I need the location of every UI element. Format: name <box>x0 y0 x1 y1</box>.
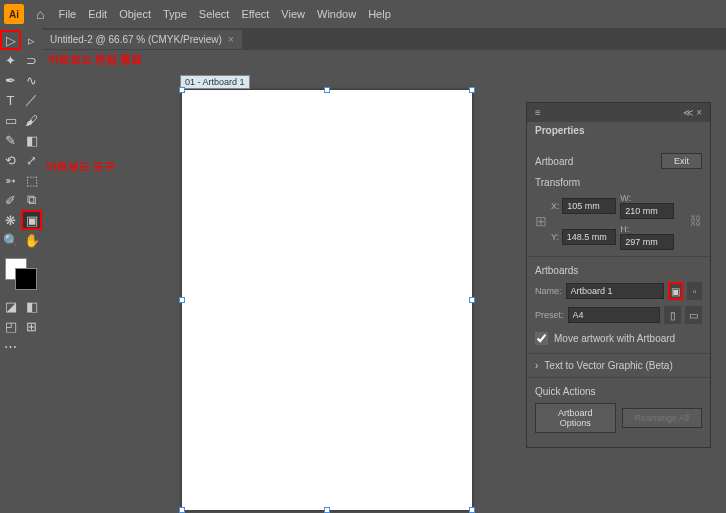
move-artwork-checkbox[interactable] <box>535 332 548 345</box>
menu-edit[interactable]: Edit <box>82 8 113 20</box>
handle[interactable] <box>324 87 330 93</box>
orientation-portrait-icon[interactable]: ▯ <box>664 306 681 324</box>
link-icon[interactable]: ⛓ <box>690 214 702 228</box>
handle[interactable] <box>179 297 185 303</box>
menu-object[interactable]: Object <box>113 8 157 20</box>
screen-mode-icon[interactable]: ⊞ <box>21 316 42 336</box>
zoom-tool[interactable]: 🔍 <box>0 230 21 250</box>
document-tab[interactable]: Untitled-2 @ 66.67 % (CMYK/Preview) × <box>42 30 242 49</box>
color-mode-icon[interactable]: ◪ <box>0 296 21 316</box>
artboard-options-button[interactable]: Artboard Options <box>535 403 616 433</box>
annotation-artboard-tool: 아트보드 도구 <box>46 159 115 174</box>
artboard-tool[interactable]: ▣ <box>21 210 42 230</box>
chevron-right-icon: › <box>535 360 538 371</box>
app-icon: Ai <box>4 4 24 24</box>
x-label: X: <box>551 201 560 211</box>
rectangle-tool[interactable]: ▭ <box>0 110 21 130</box>
panel-menu-icon[interactable]: ≡ <box>535 107 541 118</box>
free-transform-tool[interactable]: ⬚ <box>21 170 42 190</box>
properties-panel: ≡ ≪ × Properties Artboard Exit Transform… <box>526 102 711 448</box>
gradient-mode-icon[interactable]: ◧ <box>21 296 42 316</box>
rearrange-all-button[interactable]: Rearrange All <box>622 408 703 428</box>
tab-bar: Untitled-2 @ 66.67 % (CMYK/Preview) × <box>42 28 726 50</box>
panel-close-icon[interactable]: ≪ × <box>683 107 702 118</box>
home-icon[interactable]: ⌂ <box>36 6 44 22</box>
type-tool[interactable]: T <box>0 90 21 110</box>
panel-header: ≡ ≪ × <box>527 103 710 122</box>
menu-file[interactable]: File <box>52 8 82 20</box>
handle[interactable] <box>469 507 475 513</box>
symbol-sprayer-tool[interactable]: ❋ <box>0 210 21 230</box>
h-label: H: <box>620 224 629 234</box>
direct-selection-tool[interactable]: ▹ <box>21 30 42 50</box>
handle[interactable] <box>179 87 185 93</box>
menu-bar: Ai ⌂ File Edit Object Type Select Effect… <box>0 0 726 28</box>
menu-type[interactable]: Type <box>157 8 193 20</box>
delete-artboard-button[interactable]: ▫ <box>687 282 702 300</box>
panel-title: Properties <box>527 122 710 139</box>
width-tool[interactable]: ➳ <box>0 170 21 190</box>
eraser-tool[interactable]: ◧ <box>21 130 42 150</box>
name-label: Name: <box>535 286 562 296</box>
handle[interactable] <box>179 507 185 513</box>
menu-view[interactable]: View <box>275 8 311 20</box>
selection-tool[interactable]: ▷ <box>0 30 21 50</box>
w-label: W: <box>620 193 631 203</box>
shaper-tool[interactable]: ✎ <box>0 130 21 150</box>
quick-actions-title: Quick Actions <box>535 386 702 397</box>
lasso-tool[interactable]: ⊃ <box>21 50 42 70</box>
artboards-title: Artboards <box>535 265 702 276</box>
handle[interactable] <box>469 297 475 303</box>
context-label: Artboard <box>535 156 573 167</box>
magic-wand-tool[interactable]: ✦ <box>0 50 21 70</box>
text-to-vector-label: Text to Vector Graphic (Beta) <box>544 360 672 371</box>
w-input[interactable] <box>620 203 674 219</box>
menu-window[interactable]: Window <box>311 8 362 20</box>
blend-tool[interactable]: ⧉ <box>21 190 42 210</box>
document-tab-title: Untitled-2 @ 66.67 % (CMYK/Preview) <box>50 34 222 45</box>
handle[interactable] <box>324 507 330 513</box>
menu-select[interactable]: Select <box>193 8 236 20</box>
menu-effect[interactable]: Effect <box>235 8 275 20</box>
move-artwork-label: Move artwork with Artboard <box>554 333 675 344</box>
handle[interactable] <box>469 87 475 93</box>
tab-close-icon[interactable]: × <box>228 34 234 45</box>
artboard[interactable]: 01 - Artboard 1 <box>182 90 472 510</box>
rotate-tool[interactable]: ⟲ <box>0 150 21 170</box>
draw-mode-icon[interactable]: ◰ <box>0 316 21 336</box>
preset-select[interactable]: A4 <box>568 307 661 323</box>
stroke-color[interactable] <box>15 268 37 290</box>
y-label: Y: <box>551 232 559 242</box>
hand-tool[interactable]: ✋ <box>21 230 42 250</box>
exit-button[interactable]: Exit <box>661 153 702 169</box>
eyedropper-tool[interactable]: ✐ <box>0 190 21 210</box>
edit-toolbar-icon[interactable]: ⋯ <box>0 336 21 356</box>
transform-title: Transform <box>535 177 702 188</box>
h-input[interactable] <box>620 234 674 250</box>
preset-label: Preset: <box>535 310 564 320</box>
curvature-tool[interactable]: ∿ <box>21 70 42 90</box>
artboard-label[interactable]: 01 - Artboard 1 <box>180 75 250 89</box>
annotation-finish-edit: 아트보드 편집 종료 <box>48 52 142 67</box>
line-tool[interactable]: ／ <box>21 90 42 110</box>
new-artboard-button[interactable]: ▣ <box>668 282 684 300</box>
menu-help[interactable]: Help <box>362 8 397 20</box>
x-input[interactable] <box>562 198 616 214</box>
y-input[interactable] <box>562 229 616 245</box>
toolbar: ▷ ▹ ✦ ⊃ ✒ ∿ T ／ ▭ 🖌 ✎ ◧ ⟲ ⤢ ➳ ⬚ ✐ ⧉ ❋ ▣ … <box>0 28 42 513</box>
reference-point-icon[interactable]: ⊞ <box>535 213 547 229</box>
artboard-name-input[interactable] <box>566 283 664 299</box>
scale-tool[interactable]: ⤢ <box>21 150 42 170</box>
pen-tool[interactable]: ✒ <box>0 70 21 90</box>
text-to-vector-section[interactable]: › Text to Vector Graphic (Beta) <box>535 360 702 371</box>
paintbrush-tool[interactable]: 🖌 <box>21 110 42 130</box>
orientation-landscape-icon[interactable]: ▭ <box>685 306 702 324</box>
